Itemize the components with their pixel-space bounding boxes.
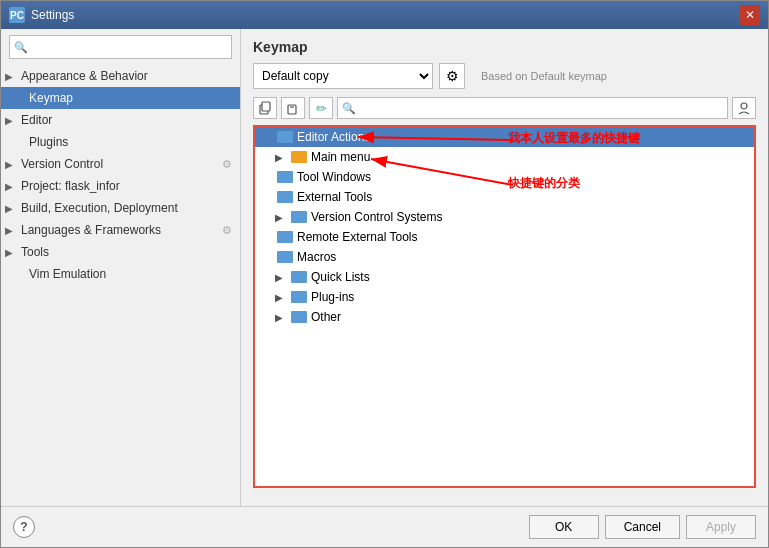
folder-icon [291,151,307,163]
folder-icon [277,171,293,183]
folder-icon [277,251,293,263]
toolbar-row: ✏ 🔍 [253,97,756,119]
keymap-selector-row: Default copy ⚙ Based on Default keymap [253,63,756,89]
svg-rect-1 [262,102,270,111]
sidebar-item-plugins[interactable]: Plugins [1,131,240,153]
edit-keymap-button[interactable]: ✏ [309,97,333,119]
help-button[interactable]: ? [13,516,35,538]
expand-arrow-icon: ▶ [5,159,17,170]
main-content: 🔍 ▶ Appearance & Behavior Keymap ▶ Edito… [1,29,768,506]
item-label: Remote External Tools [297,230,418,244]
sidebar-item-project[interactable]: ▶ Project: flask_infor [1,175,240,197]
item-label: Tool Windows [297,170,371,184]
keymap-gear-button[interactable]: ⚙ [439,63,465,89]
sidebar-item-label: Editor [21,113,52,127]
keymap-item-quick-lists[interactable]: ▶ Quick Lists [255,267,754,287]
item-arrow-icon: ▶ [275,292,287,303]
keymap-item-macros[interactable]: Macros [255,247,754,267]
filter-search-icon: 🔍 [342,102,356,115]
keymap-item-other[interactable]: ▶ Other [255,307,754,327]
window-title: Settings [31,8,74,22]
cancel-button[interactable]: Cancel [605,515,680,539]
keymap-item-plug-ins[interactable]: ▶ Plug-ins [255,287,754,307]
reset-keymap-button[interactable] [281,97,305,119]
sidebar-item-label: Languages & Frameworks [21,223,161,237]
item-label: Other [311,310,341,324]
keymap-item-external-tools[interactable]: External Tools [255,187,754,207]
vc-icon: ⚙ [222,158,232,171]
expand-arrow-icon: ▶ [5,225,17,236]
svg-point-4 [741,103,747,109]
folder-icon [277,191,293,203]
based-on-label: Based on Default keymap [481,70,607,82]
svg-rect-2 [288,105,296,114]
expand-arrow-icon: ▶ [5,115,17,126]
sidebar-item-label: Build, Execution, Deployment [21,201,178,215]
sidebar-item-vim[interactable]: Vim Emulation [1,263,240,285]
item-label: Editor Actions [297,130,370,144]
sidebar-item-label: Tools [21,245,49,259]
sidebar-search-input[interactable] [28,40,227,54]
sidebar-item-version-control[interactable]: ▶ Version Control ⚙ [1,153,240,175]
title-bar: PC Settings ✕ [1,1,768,29]
sidebar-item-build[interactable]: ▶ Build, Execution, Deployment [1,197,240,219]
expand-arrow-icon: ▶ [5,247,17,258]
item-arrow-icon: ▶ [275,152,287,163]
sidebar-item-label: Plugins [29,135,68,149]
sidebar-item-label: Project: flask_infor [21,179,120,193]
sidebar-item-appearance[interactable]: ▶ Appearance & Behavior [1,65,240,87]
item-arrow-icon: ▶ [275,272,287,283]
folder-icon [291,311,307,323]
sidebar-item-editor[interactable]: ▶ Editor [1,109,240,131]
item-label: Macros [297,250,336,264]
sidebar-item-label: Vim Emulation [29,267,106,281]
panel-title: Keymap [253,39,756,55]
sidebar-item-label: Appearance & Behavior [21,69,148,83]
keymap-search-input[interactable] [356,101,723,115]
bottom-bar: ? OK Cancel Apply [1,506,768,547]
keymap-dropdown[interactable]: Default copy [253,63,433,89]
title-bar-left: PC Settings [9,7,74,23]
item-label: Version Control Systems [311,210,442,224]
keymap-item-remote-external[interactable]: Remote External Tools [255,227,754,247]
expand-arrow-icon: ▶ [5,181,17,192]
search-icon: 🔍 [14,41,28,54]
close-button[interactable]: ✕ [740,5,760,25]
item-label: Main menu [311,150,370,164]
action-buttons: OK Cancel Apply [529,515,756,539]
ok-button[interactable]: OK [529,515,599,539]
keymap-search-filter[interactable]: 🔍 [337,97,728,119]
lang-icon: ⚙ [222,224,232,237]
keymap-item-editor-actions[interactable]: Editor Actions [255,127,754,147]
keymap-item-tool-windows[interactable]: Tool Windows [255,167,754,187]
item-label: External Tools [297,190,372,204]
sidebar-item-label: Version Control [21,157,103,171]
sidebar-item-tools[interactable]: ▶ Tools [1,241,240,263]
sidebar-search-box[interactable]: 🔍 [9,35,232,59]
apply-button[interactable]: Apply [686,515,756,539]
sidebar-item-keymap[interactable]: Keymap [1,87,240,109]
folder-icon [277,131,293,143]
keymap-item-vcs[interactable]: ▶ Version Control Systems [255,207,754,227]
copy-icon [258,101,272,115]
item-label: Quick Lists [311,270,370,284]
settings-window: PC Settings ✕ 🔍 ▶ Appearance & Behavior … [0,0,769,548]
item-arrow-icon: ▶ [275,312,287,323]
keymap-list-wrapper: Editor Actions ▶ Main menu Tool Windows [253,125,756,496]
user-icon [737,101,751,115]
folder-icon [291,211,307,223]
folder-icon [291,271,307,283]
user-icon-button[interactable] [732,97,756,119]
expand-arrow-icon: ▶ [5,203,17,214]
item-label: Plug-ins [311,290,354,304]
copy-keymap-button[interactable] [253,97,277,119]
keymap-panel: Keymap Default copy ⚙ Based on Default k… [241,29,768,506]
expand-arrow-icon: ▶ [5,71,17,82]
sidebar-item-label: Keymap [29,91,73,105]
sidebar-item-languages[interactable]: ▶ Languages & Frameworks ⚙ [1,219,240,241]
app-icon: PC [9,7,25,23]
keymap-item-main-menu[interactable]: ▶ Main menu [255,147,754,167]
sidebar: 🔍 ▶ Appearance & Behavior Keymap ▶ Edito… [1,29,241,506]
folder-icon [277,231,293,243]
item-arrow-icon: ▶ [275,212,287,223]
